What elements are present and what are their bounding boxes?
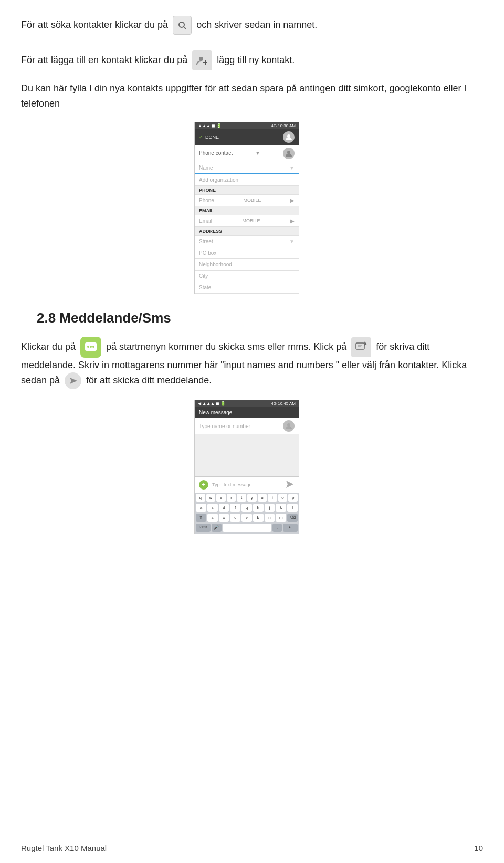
street-field: Street ▼ xyxy=(195,236,299,247)
dropdown-icon: ▼ xyxy=(255,150,260,156)
contact-type-label: Phone contact xyxy=(199,150,233,156)
add-org-field: Add organization xyxy=(195,174,299,186)
key-s[interactable]: s xyxy=(207,504,218,512)
phone-type: MOBILE xyxy=(243,197,261,203)
search-icon xyxy=(173,16,192,35)
sms-recipient-bar: Type name or number xyxy=(195,418,299,434)
key-space[interactable] xyxy=(223,524,271,532)
key-v[interactable]: v xyxy=(242,514,252,522)
city-label: City xyxy=(199,273,208,279)
sms-status-icons: ◀ ▲▲▲ ◼ 🔋 xyxy=(198,401,226,406)
phone-chevron: ▶ xyxy=(290,197,295,203)
keyboard-row-4: ?123 🎤 . ↵ xyxy=(195,523,299,534)
para1-text-before: För att söka kontakter klickar du på xyxy=(21,19,168,30)
sms-contact-icon xyxy=(283,420,295,432)
key-j[interactable]: j xyxy=(265,504,275,512)
key-o[interactable]: o xyxy=(278,494,288,502)
street-chevron: ▼ xyxy=(289,238,295,244)
key-b[interactable]: b xyxy=(253,514,264,522)
key-r[interactable]: r xyxy=(227,494,236,502)
svg-point-8 xyxy=(87,346,89,348)
sms-recipient-placeholder: Type name or number xyxy=(199,423,250,429)
sms-new-message-label: New message xyxy=(199,410,232,415)
sms-send-button[interactable] xyxy=(285,480,295,490)
email-section-header: EMAIL xyxy=(195,206,299,215)
key-e[interactable]: e xyxy=(216,494,226,502)
key-shift[interactable]: ⇧ xyxy=(196,514,206,522)
paragraph-3: Du kan här fylla I din nya kontakts uppg… xyxy=(21,81,472,111)
key-backspace[interactable]: ⌫ xyxy=(287,514,298,522)
email-field: Email MOBILE ▶ xyxy=(195,215,299,227)
key-return[interactable]: ↵ xyxy=(283,524,298,532)
para4-text-before: Klickar du på xyxy=(21,341,76,351)
key-n[interactable]: n xyxy=(265,514,275,522)
action-bar: ✓ DONE xyxy=(195,129,299,145)
svg-point-0 xyxy=(179,22,184,27)
neighborhood-field: Neighborhood xyxy=(195,259,299,271)
key-i[interactable]: i xyxy=(268,494,277,502)
keyboard-row-1: q w e r t y u i o p xyxy=(195,493,299,503)
contact-screenshot-container: ▲▲▲ ◼ 🔋 4G 10:38 AM ✓ DONE Phone contact… xyxy=(21,122,472,294)
key-symbols[interactable]: ?123 xyxy=(196,524,211,532)
phone-field: Phone MOBILE ▶ xyxy=(195,195,299,206)
sms-header-bar: New message xyxy=(195,407,299,418)
svg-marker-19 xyxy=(286,481,293,488)
key-w[interactable]: w xyxy=(206,494,216,502)
key-u[interactable]: u xyxy=(258,494,267,502)
key-f[interactable]: f xyxy=(230,504,240,512)
key-g[interactable]: g xyxy=(242,504,252,512)
footer: Rugtel Tank X10 Manual 10 xyxy=(21,844,483,852)
state-label: State xyxy=(199,285,211,290)
status-icons: ▲▲▲ ◼ 🔋 xyxy=(198,123,222,128)
keyboard: q w e r t y u i o p a s d f g xyxy=(195,493,299,534)
svg-point-2 xyxy=(199,57,203,61)
sms-app-icon xyxy=(80,337,101,358)
done-label: DONE xyxy=(205,134,219,140)
sms-message-area xyxy=(195,434,299,476)
key-k[interactable]: k xyxy=(276,504,286,512)
key-d[interactable]: d xyxy=(219,504,229,512)
keyboard-row-3: ⇧ z x c v b n m ⌫ xyxy=(195,513,299,523)
para2-text-after: lägg till ny kontakt. xyxy=(217,55,295,65)
sms-screenshot-container: ◀ ▲▲▲ ◼ 🔋 4G 10:45 AM New message Type n… xyxy=(21,400,472,534)
sms-status-time: 4G 10:45 AM xyxy=(271,401,296,406)
key-mic[interactable]: 🎤 xyxy=(212,524,222,532)
paragraph-4: Klickar du på på startmenyn kommer du sk… xyxy=(21,337,472,390)
key-m[interactable]: m xyxy=(276,514,286,522)
email-chevron: ▶ xyxy=(290,218,295,224)
key-h[interactable]: h xyxy=(253,504,264,512)
city-field: City xyxy=(195,271,299,282)
add-org-label: Add organization xyxy=(199,177,238,183)
neighborhood-label: Neighborhood xyxy=(199,262,232,267)
key-x[interactable]: x xyxy=(219,514,229,522)
sms-compose-bar: + Type text message xyxy=(195,476,299,493)
paragraph-2: För att lägga till en kontakt klickar du… xyxy=(21,50,472,70)
key-y[interactable]: y xyxy=(247,494,257,502)
svg-rect-11 xyxy=(356,343,364,349)
check-icon: ✓ xyxy=(199,134,203,140)
key-z[interactable]: z xyxy=(207,514,218,522)
key-p[interactable]: p xyxy=(288,494,298,502)
compose-icon xyxy=(351,337,371,357)
name-placeholder: Name xyxy=(199,165,213,171)
para2-text-before: För att lägga till en kontakt klickar du… xyxy=(21,55,187,65)
footer-right: 10 xyxy=(474,844,483,852)
key-t[interactable]: t xyxy=(237,494,246,502)
key-period[interactable]: . xyxy=(272,524,282,532)
svg-marker-17 xyxy=(70,378,77,384)
status-bar: ▲▲▲ ◼ 🔋 4G 10:38 AM xyxy=(195,122,299,129)
email-label: Email xyxy=(199,218,212,224)
key-c[interactable]: c xyxy=(230,514,240,522)
contact-avatar xyxy=(283,148,295,159)
key-q[interactable]: q xyxy=(196,494,205,502)
status-time: 4G 10:38 AM xyxy=(271,123,296,128)
plus-circle-icon: + xyxy=(199,480,210,490)
avatar-icon xyxy=(283,131,295,143)
page-content: För att söka kontakter klickar du på och… xyxy=(21,16,472,534)
key-a[interactable]: a xyxy=(196,504,206,512)
footer-left: Rugtel Tank X10 Manual xyxy=(21,844,107,852)
email-type: MOBILE xyxy=(243,218,260,224)
svg-point-9 xyxy=(90,346,92,348)
sms-status-bar: ◀ ▲▲▲ ◼ 🔋 4G 10:45 AM xyxy=(195,400,299,407)
key-l[interactable]: l xyxy=(287,504,298,512)
